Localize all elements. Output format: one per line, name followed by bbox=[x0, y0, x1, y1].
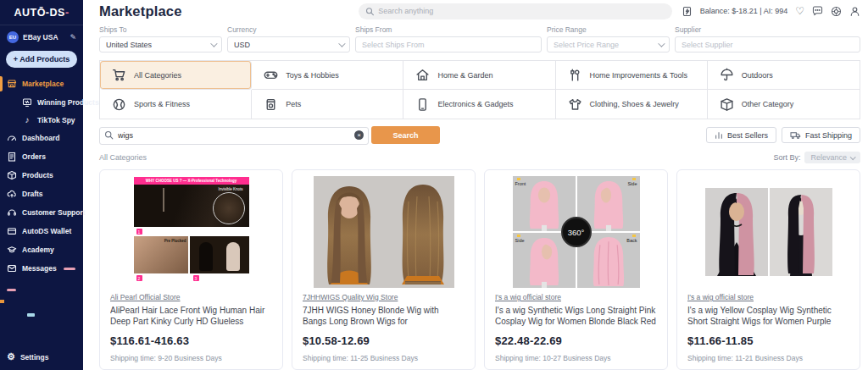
clear-search-icon[interactable]: × bbox=[354, 130, 364, 140]
product-search-box: × bbox=[99, 126, 369, 144]
product-search-input[interactable] bbox=[99, 127, 369, 145]
category-electronics-gadgets[interactable]: Electronics & Gadgets bbox=[403, 90, 555, 119]
sidebar-item-customer-support[interactable]: Customer Support bbox=[0, 203, 83, 222]
fast-shipping-button[interactable]: Fast Shipping bbox=[782, 127, 860, 143]
sidebar-item-autods-wallet[interactable]: AutoDS Wallet bbox=[0, 222, 83, 240]
product-card[interactable]: Front Side bbox=[484, 169, 668, 370]
user-profile-icon[interactable] bbox=[849, 6, 860, 17]
corner-marker bbox=[632, 235, 636, 237]
sidebar-item-label: AutoDS Wallet bbox=[22, 227, 71, 235]
sidebar-item-orders[interactable]: Orders bbox=[0, 147, 83, 166]
pink-dash bbox=[7, 289, 16, 291]
promo-caption-1: 1 bbox=[134, 227, 249, 236]
store-link[interactable]: I's a wig official store bbox=[495, 293, 561, 301]
envelope-icon bbox=[7, 263, 17, 273]
product-card[interactable]: I's a wig official store I's a wig Yello… bbox=[676, 169, 860, 370]
category-home-garden[interactable]: Home & Garden bbox=[403, 61, 555, 90]
product-card[interactable]: 7JHHWIGS Quality Wig Store 7JHH WIGS Hon… bbox=[292, 169, 476, 370]
edit-pencil-icon[interactable]: ✎ bbox=[70, 33, 76, 41]
category-other[interactable]: Other Category bbox=[708, 90, 860, 119]
results-category-label: All Categories bbox=[99, 153, 147, 162]
quick-filter-buttons: Best Sellers Fast Shipping bbox=[706, 127, 860, 143]
category-pets[interactable]: Pets bbox=[252, 90, 403, 119]
sidebar-item-marketplace[interactable]: Marketplace bbox=[0, 75, 83, 93]
category-label: Other Category bbox=[742, 100, 794, 108]
view-label: Front bbox=[515, 181, 526, 186]
house-icon bbox=[415, 68, 430, 82]
help-lifebuoy-icon[interactable] bbox=[831, 6, 842, 17]
sidebar-spacer bbox=[0, 310, 83, 348]
winning-products-icon bbox=[22, 97, 32, 108]
filters-row: Ships To United States Currency USD Ship… bbox=[99, 25, 860, 52]
sidebar-item-tiktok-spy[interactable]: ♪ TikTok Spy bbox=[0, 112, 83, 129]
product-price: $10.58-12.69 bbox=[303, 334, 465, 347]
game-controller-icon bbox=[264, 68, 278, 82]
store-link[interactable]: I's a wig official store bbox=[687, 293, 754, 301]
product-price: $11.66-11.85 bbox=[687, 334, 849, 347]
filter-label: Currency bbox=[227, 25, 350, 34]
wig-360-view-image: Front Side bbox=[513, 176, 640, 288]
topbar: Marketplace Balance: $-18.21 | AI: 994 ♡ bbox=[99, 0, 860, 22]
category-all-categories[interactable]: All Categories bbox=[100, 61, 252, 90]
supplier-input[interactable]: Select Supplier bbox=[675, 36, 860, 52]
search-button[interactable]: Search bbox=[371, 126, 440, 144]
ships-to-select[interactable]: United States bbox=[99, 36, 222, 52]
product-image bbox=[303, 176, 465, 289]
add-products-button[interactable]: + Add Products bbox=[6, 51, 77, 68]
chat-icon[interactable] bbox=[812, 6, 823, 16]
best-sellers-label: Best Sellers bbox=[727, 131, 768, 140]
global-search-input[interactable] bbox=[378, 7, 665, 15]
product-title: I's a wig Yellow Cosplay Wig Synthetic S… bbox=[687, 305, 849, 327]
umbrella-icon bbox=[720, 68, 734, 82]
category-clothing-shoes-jewelry[interactable]: Clothing, Shoes & Jewelry bbox=[556, 90, 708, 119]
sidebar-item-settings[interactable]: ⚙ Settings bbox=[0, 348, 83, 370]
product-card[interactable]: WHY CHOOSE US ? — X-Professional Technol… bbox=[99, 169, 283, 370]
cart-icon bbox=[112, 68, 126, 82]
store-link[interactable]: 7JHHWIGS Quality Wig Store bbox=[303, 293, 398, 301]
orange-dash bbox=[0, 300, 4, 303]
sidebar-item-label: Settings bbox=[20, 353, 49, 362]
promo-circle-label: Invisible Knots bbox=[218, 187, 242, 191]
tools-icon bbox=[568, 68, 582, 82]
model-photo bbox=[705, 176, 768, 289]
sidebar-item-academy[interactable]: Academy bbox=[0, 240, 83, 259]
plan-credits-icon[interactable] bbox=[682, 6, 693, 17]
promo-number-badge: 2 bbox=[136, 275, 142, 281]
dashboard-gauge-icon bbox=[7, 133, 17, 143]
lace-wig-photos bbox=[190, 236, 249, 273]
sidebar-decor bbox=[0, 278, 83, 310]
category-outdoors[interactable]: Outdoors bbox=[708, 61, 860, 90]
category-label: Electronics & Gadgets bbox=[437, 100, 513, 108]
shipping-time: Shipping time: 11-21 Business Days bbox=[687, 354, 849, 362]
sidebar-item-products[interactable]: Products bbox=[0, 166, 83, 185]
sidebar-item-winning-products[interactable]: Winning Products bbox=[0, 93, 83, 112]
pre-plucked-label: Pre Plucked bbox=[164, 239, 186, 243]
favorites-heart-icon[interactable]: ♡ bbox=[795, 6, 804, 16]
product-price: $116.61-416.63 bbox=[110, 334, 272, 347]
category-sports-fitness[interactable]: Sports & Fitness bbox=[100, 90, 252, 119]
category-toys-hobbies[interactable]: Toys & Hobbies bbox=[252, 61, 403, 90]
category-home-improvements-tools[interactable]: Home Improvements & Tools bbox=[556, 61, 708, 90]
product-title: AliPearl Hair Lace Front Wig Human Hair … bbox=[110, 305, 272, 327]
corner-marker bbox=[517, 235, 520, 237]
view-label: Back bbox=[626, 238, 637, 243]
global-search[interactable] bbox=[359, 3, 672, 19]
scalp-closeup-photo: Pre Plucked bbox=[134, 236, 188, 273]
app-window: AUTŌ-DS- EU EBay USA ✎ + Add Products Ma… bbox=[0, 0, 868, 370]
best-sellers-button[interactable]: Best Sellers bbox=[706, 127, 776, 143]
blue-dash bbox=[27, 313, 35, 317]
sidebar-item-dashboard[interactable]: Dashboard bbox=[0, 129, 83, 147]
promo-number-badge: 3 bbox=[193, 275, 199, 281]
hair-part-line bbox=[163, 188, 164, 212]
promo-collage-image: WHY CHOOSE US ? — X-Professional Technol… bbox=[134, 177, 249, 287]
chevron-down-icon bbox=[338, 40, 345, 47]
currency-select[interactable]: USD bbox=[227, 36, 350, 52]
store-link[interactable]: Ali Pearl Official Store bbox=[110, 293, 181, 301]
wig-silhouette bbox=[199, 242, 213, 271]
ships-from-input[interactable]: Select Ships From bbox=[355, 36, 542, 52]
price-range-select[interactable]: Select Price Range bbox=[547, 36, 670, 52]
sidebar-item-messages[interactable]: Messages bbox=[0, 259, 83, 278]
store-account-switcher[interactable]: EU EBay USA ✎ bbox=[0, 25, 83, 49]
sidebar-item-drafts[interactable]: Drafts bbox=[0, 185, 83, 203]
sort-select[interactable]: Relevance bbox=[804, 152, 860, 163]
